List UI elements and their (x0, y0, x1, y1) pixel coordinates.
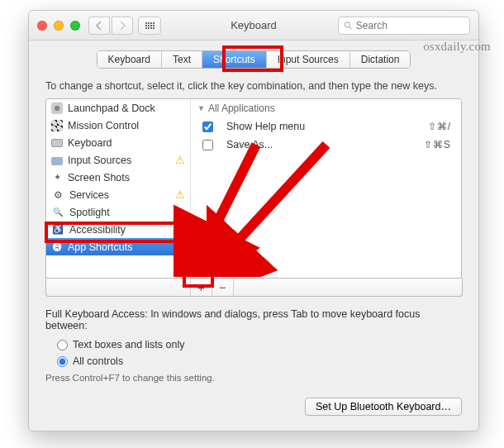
content-area: To change a shortcut, select it, click t… (29, 69, 478, 391)
keyboard-icon (51, 139, 63, 147)
shortcut-label: Show Help menu (226, 121, 305, 132)
radio-input[interactable] (57, 356, 68, 367)
maximize-icon[interactable] (70, 21, 80, 31)
split-panes: Launchpad & Dock Mission Control Keyboar… (45, 98, 462, 279)
radio-text-boxes[interactable]: Text boxes and lists only (57, 336, 462, 353)
close-icon[interactable] (37, 21, 47, 31)
shortcut-checkbox[interactable] (202, 122, 213, 132)
search-input[interactable] (356, 20, 464, 31)
mission-control-icon (51, 120, 63, 131)
shortcut-row[interactable]: Save As... ⇧⌘S (191, 136, 461, 154)
minimize-icon[interactable] (54, 21, 64, 31)
remove-button[interactable]: − (212, 279, 234, 296)
search-icon (344, 21, 353, 31)
cat-mission-control[interactable]: Mission Control (46, 117, 190, 134)
svg-line-1 (349, 26, 352, 29)
tab-bar: Keyboard Text Shortcuts Input Sources Di… (29, 50, 478, 69)
cat-input-sources[interactable]: Input Sources⚠ (46, 151, 190, 169)
segmented-control: Keyboard Text Shortcuts Input Sources Di… (97, 50, 411, 69)
traffic-lights (37, 21, 80, 31)
cat-spotlight[interactable]: Spotlight (46, 203, 190, 221)
radio-all-controls[interactable]: All controls (57, 353, 462, 369)
grid-icon (145, 22, 155, 29)
shortcut-label: Save As... (226, 139, 273, 150)
titlebar: Keyboard (29, 11, 478, 41)
tab-input-sources[interactable]: Input Sources (267, 51, 350, 68)
setup-bluetooth-button[interactable]: Set Up Bluetooth Keyboard… (305, 398, 462, 416)
spotlight-icon (51, 206, 64, 219)
preferences-window: Keyboard Keyboard Text Shortcuts Input S… (28, 10, 479, 431)
show-all-button[interactable] (138, 17, 161, 35)
cat-accessibility[interactable]: Accessibility (46, 221, 190, 238)
fka-text: Full Keyboard Access: In windows and dia… (45, 308, 462, 331)
watermark: osxdaily.com (423, 40, 491, 54)
instruction-text: To change a shortcut, select it, click t… (45, 80, 462, 92)
radio-input[interactable] (57, 340, 68, 350)
screenshots-icon (51, 172, 63, 183)
warning-icon: ⚠ (175, 154, 185, 166)
cat-launchpad-dock[interactable]: Launchpad & Dock (46, 99, 190, 117)
cat-keyboard[interactable]: Keyboard (46, 134, 190, 151)
forward-button[interactable] (112, 17, 133, 35)
accessibility-icon (51, 223, 64, 236)
cat-app-shortcuts[interactable]: App Shortcuts (46, 238, 190, 255)
add-remove-bar: + − (45, 279, 463, 297)
add-button[interactable]: + (191, 279, 212, 296)
shortcut-row[interactable]: Show Help menu ⇧⌘/ (191, 117, 461, 136)
svg-point-0 (345, 21, 349, 26)
category-list[interactable]: Launchpad & Dock Mission Control Keyboar… (46, 99, 191, 278)
disclosure-triangle-icon[interactable]: ▼ (197, 104, 205, 112)
app-shortcuts-icon (51, 241, 63, 253)
launchpad-icon (51, 102, 63, 114)
services-icon (51, 188, 64, 202)
shortcut-keys[interactable]: ⇧⌘S (424, 139, 451, 150)
shortcut-checkbox[interactable] (202, 140, 213, 150)
group-header[interactable]: ▼ All Applications (191, 99, 461, 117)
cat-services[interactable]: Services⚠ (46, 186, 190, 203)
hint-text: Press Control+F7 to change this setting. (45, 373, 462, 383)
shortcut-keys[interactable]: ⇧⌘/ (428, 121, 451, 132)
cat-screen-shots[interactable]: Screen Shots (46, 169, 190, 186)
input-sources-icon (51, 157, 63, 165)
shortcut-list[interactable]: ▼ All Applications Show Help menu ⇧⌘/ Sa… (191, 99, 461, 278)
warning-icon: ⚠ (175, 188, 185, 201)
tab-dictation[interactable]: Dictation (350, 51, 411, 68)
back-button[interactable] (88, 17, 110, 35)
search-field[interactable] (338, 17, 470, 35)
tab-keyboard[interactable]: Keyboard (97, 51, 162, 68)
tab-shortcuts[interactable]: Shortcuts (202, 51, 267, 68)
nav-buttons (88, 17, 133, 35)
tab-text[interactable]: Text (162, 51, 202, 68)
